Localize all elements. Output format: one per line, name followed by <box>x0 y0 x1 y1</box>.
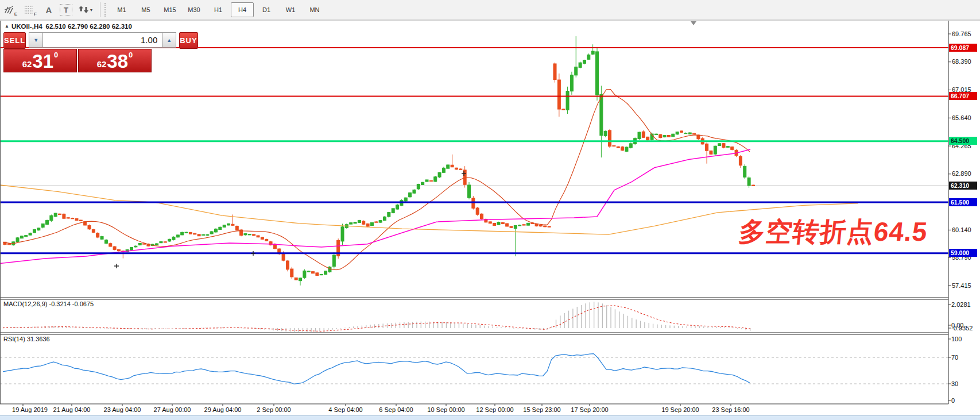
one-click-trade-panel: SELL ▼ ▲ BUY 62 31 0 62 38 0 <box>3 32 154 72</box>
indicator-axis-label: -0.9352 <box>951 325 973 332</box>
sell-button[interactable]: SELL <box>3 32 26 49</box>
mid-ma-line <box>0 149 750 264</box>
time-tick-label: 17 Sep 20:00 <box>571 406 608 413</box>
indicator-axis-label: 70 <box>951 354 958 361</box>
volume-input[interactable] <box>43 32 162 48</box>
buy-price-big: 38 <box>107 52 128 71</box>
rsi-line <box>3 354 750 384</box>
sell-price-small: 62 <box>22 59 32 69</box>
rsi-label: RSI(14) 31.3636 <box>3 336 50 342</box>
price-badge: 66.707 <box>949 92 977 100</box>
chart-shift-marker-icon[interactable] <box>691 21 696 25</box>
time-tick-label: 15 Sep 23:00 <box>523 406 560 413</box>
sell-price-sup: 0 <box>54 51 58 59</box>
spin-down-icon: ▼ <box>33 37 38 43</box>
price-badge: 61.500 <box>949 198 977 206</box>
fast-ma-line <box>3 90 750 270</box>
trading-terminal-window: E F A T ▾ M1M5M15M30H1H4D1W1MN ▲UKOil-,H… <box>0 0 980 420</box>
sell-price-display[interactable]: 62 31 0 <box>3 49 77 72</box>
time-tick-label: 4 Sep 04:00 <box>328 406 362 413</box>
time-tick-label: 27 Aug 00:00 <box>154 406 191 413</box>
status-strip <box>0 415 980 420</box>
price-tick-label: 65.640 <box>952 114 971 121</box>
price-tick-label: 62.890 <box>952 170 971 177</box>
time-tick-label: 6 Sep 04:00 <box>379 406 413 413</box>
time-tick-label: 21 Aug 04:00 <box>53 406 91 413</box>
price-badge: 59.000 <box>949 249 977 257</box>
chart-annotation-text: 多空转折点64.5 <box>737 214 929 250</box>
symbol-label: UKOil-,H4 <box>11 23 42 30</box>
price-badge: 69.087 <box>949 44 977 52</box>
slow-ma-line <box>0 185 858 234</box>
time-tick-label: 23 Sep 16:00 <box>712 406 749 413</box>
price-tick-label: 68.390 <box>952 58 971 65</box>
indicator-axis-label: 100 <box>951 336 962 342</box>
chart-symbol-header: ▲UKOil-,H462.510 62.790 62.280 62.310 <box>5 23 132 30</box>
price-badge: 64.500 <box>949 137 977 145</box>
time-tick-label: 2 Sep 00:00 <box>257 406 290 413</box>
macd-signal-line <box>3 306 752 332</box>
indicator-axis-label: 30 <box>951 380 958 387</box>
buy-price-display[interactable]: 62 38 0 <box>78 49 152 72</box>
macd-panel[interactable] <box>3 302 752 332</box>
collapse-triangle-icon[interactable]: ▲ <box>5 24 9 29</box>
macd-label: MACD(12,26,9) -0.3214 -0.0675 <box>3 300 94 307</box>
buy-price-sup: 0 <box>129 51 133 59</box>
buy-price-small: 62 <box>97 59 107 69</box>
price-badge: 62.310 <box>949 182 977 190</box>
buy-button[interactable]: BUY <box>179 32 197 49</box>
time-tick-label: 19 Aug 2019 <box>12 406 48 413</box>
price-tick-label: 57.415 <box>952 282 971 289</box>
price-tick-label: 69.765 <box>952 30 971 37</box>
volume-decrease-button[interactable]: ▼ <box>29 32 43 48</box>
time-tick-label: 29 Aug 04:00 <box>204 406 242 413</box>
time-tick-label: 23 Aug 04:00 <box>104 406 141 413</box>
indicator-axis-label: 2.0281 <box>951 301 971 308</box>
time-tick-label: 10 Sep 00:00 <box>427 406 464 413</box>
price-tick-label: 60.140 <box>952 226 971 233</box>
time-tick-label: 12 Sep 00:00 <box>476 406 513 413</box>
sell-price-big: 31 <box>32 52 53 71</box>
rsi-panel[interactable] <box>0 354 948 384</box>
ohlc-values: 62.510 62.790 62.280 62.310 <box>46 23 132 30</box>
spin-up-icon: ▲ <box>166 37 172 43</box>
volume-increase-button[interactable]: ▲ <box>162 32 176 48</box>
time-tick-label: 19 Sep 20:00 <box>661 406 699 413</box>
indicator-axis-label: 0 <box>951 397 955 404</box>
